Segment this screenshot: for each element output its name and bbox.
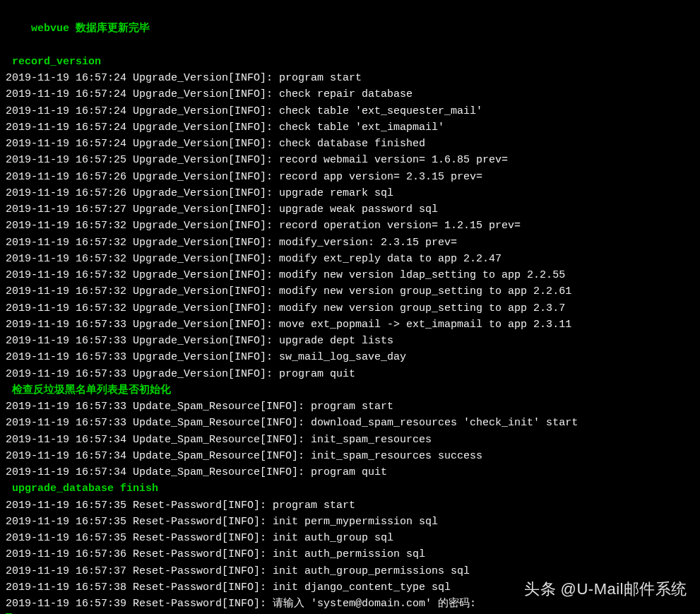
status-header-webvue: webvue 数据库更新完毕 — [6, 4, 694, 54]
update-spam-log-block: 2019-11-19 16:57:33 Update_Spam_Resource… — [6, 398, 694, 480]
log-line: 2019-11-19 16:57:25 Upgrade_Version[INFO… — [6, 152, 694, 168]
log-line: 2019-11-19 16:57:38 Reset-Password[INFO]… — [6, 579, 694, 596]
log-line: 2019-11-19 16:57:33 Upgrade_Version[INFO… — [6, 333, 694, 349]
log-line: 2019-11-19 16:57:24 Upgrade_Version[INFO… — [6, 103, 694, 119]
status-header-spam-check: 检查反垃圾黑名单列表是否初始化 — [6, 382, 694, 398]
header-prefix: webvue — [31, 23, 76, 35]
log-line: 2019-11-19 16:57:26 Upgrade_Version[INFO… — [6, 185, 694, 201]
log-line: 2019-11-19 16:57:32 Upgrade_Version[INFO… — [6, 218, 694, 234]
log-line: 2019-11-19 16:57:39 Reset-Password[INFO]… — [6, 596, 694, 612]
log-line: 2019-11-19 16:57:27 Upgrade_Version[INFO… — [6, 201, 694, 218]
log-line: 2019-11-19 16:57:33 Upgrade_Version[INFO… — [6, 349, 694, 365]
terminal-output[interactable]: webvue 数据库更新完毕 record_version 2019-11-19… — [6, 4, 694, 614]
log-line: 2019-11-19 16:57:32 Upgrade_Version[INFO… — [6, 235, 694, 251]
log-line: 2019-11-19 16:57:33 Update_Spam_Resource… — [6, 398, 694, 415]
log-line: 2019-11-19 16:57:34 Update_Spam_Resource… — [6, 448, 694, 464]
log-line: 2019-11-19 16:57:32 Upgrade_Version[INFO… — [6, 267, 694, 283]
upgrade-version-log-block: 2019-11-19 16:57:24 Upgrade_Version[INFO… — [6, 70, 694, 382]
log-line: 2019-11-19 16:57:32 Upgrade_Version[INFO… — [6, 251, 694, 267]
log-line: 2019-11-19 16:57:32 Upgrade_Version[INFO… — [6, 300, 694, 317]
log-line: 2019-11-19 16:57:33 Upgrade_Version[INFO… — [6, 317, 694, 333]
log-line: 2019-11-19 16:57:35 Reset-Password[INFO]… — [6, 497, 694, 514]
log-line: 2019-11-19 16:57:24 Upgrade_Version[INFO… — [6, 119, 694, 136]
log-line: 2019-11-19 16:57:32 Upgrade_Version[INFO… — [6, 283, 694, 300]
log-line: 2019-11-19 16:57:33 Upgrade_Version[INFO… — [6, 366, 694, 382]
log-line: 2019-11-19 16:57:34 Update_Spam_Resource… — [6, 432, 694, 448]
log-line: 2019-11-19 16:57:34 Update_Spam_Resource… — [6, 464, 694, 480]
log-line: 2019-11-19 16:57:35 Reset-Password[INFO]… — [6, 514, 694, 530]
log-line: 2019-11-19 16:57:37 Reset-Password[INFO]… — [6, 563, 694, 579]
reset-password-log-block: 2019-11-19 16:57:35 Reset-Password[INFO]… — [6, 497, 694, 613]
log-line: 2019-11-19 16:57:24 Upgrade_Version[INFO… — [6, 86, 694, 102]
log-line: 2019-11-19 16:57:33 Update_Spam_Resource… — [6, 415, 694, 431]
log-line: 2019-11-19 16:57:24 Upgrade_Version[INFO… — [6, 136, 694, 152]
log-line: 2019-11-19 16:57:36 Reset-Password[INFO]… — [6, 546, 694, 562]
log-line: 2019-11-19 16:57:26 Upgrade_Version[INFO… — [6, 169, 694, 185]
log-line: 2019-11-19 16:57:35 Reset-Password[INFO]… — [6, 530, 694, 546]
header-rest: 数据库更新完毕 — [76, 23, 150, 35]
status-header-upgrade-finish: upgrade_database finish — [6, 480, 694, 497]
log-line: 2019-11-19 16:57:24 Upgrade_Version[INFO… — [6, 70, 694, 86]
status-header-record-version: record_version — [6, 54, 694, 70]
